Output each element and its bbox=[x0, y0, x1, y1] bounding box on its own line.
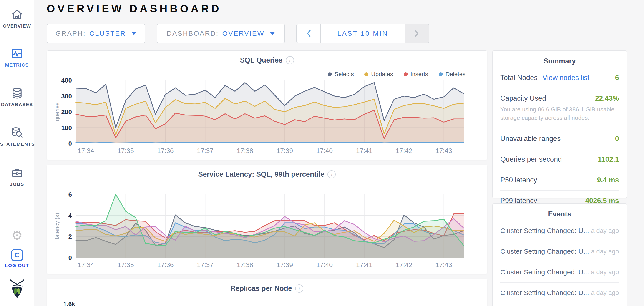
y-axis-tick: 6 bbox=[68, 192, 72, 198]
chart-legend: Selects Updates Inserts Deletes bbox=[328, 71, 466, 78]
summary-row-qps: Queries per second 1102.1 bbox=[500, 149, 619, 170]
chevron-right-icon bbox=[414, 30, 420, 37]
legend-item-inserts[interactable]: Inserts bbox=[404, 71, 428, 78]
summary-label: Capacity Used bbox=[500, 94, 546, 102]
metrics-icon bbox=[11, 47, 24, 60]
jobs-icon bbox=[11, 166, 24, 179]
legend-item-selects[interactable]: Selects bbox=[328, 71, 354, 78]
event-row[interactable]: Cluster Setting Changed: U... a day ago bbox=[500, 282, 619, 303]
graph-dropdown[interactable]: GRAPH: CLUSTER bbox=[46, 24, 145, 43]
x-axis-tick: 17:34 bbox=[78, 147, 94, 154]
x-axis-tick: 17:37 bbox=[197, 147, 214, 154]
time-range-next-button[interactable] bbox=[404, 24, 429, 42]
sidebar-item-logout[interactable]: C LOG OUT bbox=[0, 249, 34, 268]
time-range-prev-button[interactable] bbox=[297, 24, 321, 42]
y-axis-label: queries bbox=[54, 102, 60, 121]
sidebar-item-label: DATABASES bbox=[0, 102, 34, 107]
x-axis-tick: 17:42 bbox=[396, 147, 412, 154]
legend-item-updates[interactable]: Updates bbox=[364, 71, 393, 78]
summary-row-total-nodes: Total Nodes View nodes list 6 bbox=[500, 68, 619, 88]
service-latency-chart[interactable]: 17:3417:3517:3617:3717:3817:3917:4017:41… bbox=[53, 192, 481, 270]
info-icon[interactable] bbox=[295, 284, 303, 292]
dashboard-dropdown[interactable]: DASHBOARD: OVERVIEW bbox=[157, 24, 285, 43]
event-row[interactable]: Cluster Setting Changed: U... a day ago bbox=[500, 241, 619, 262]
y-axis-tick: 0 bbox=[68, 140, 72, 147]
x-axis-tick: 17:36 bbox=[157, 261, 174, 268]
x-axis-tick: 17:43 bbox=[436, 147, 452, 154]
time-range-value[interactable]: LAST 10 MIN bbox=[321, 24, 404, 42]
capacity-subtitle: You are using 86.6 GiB of 386.1 GiB usab… bbox=[500, 105, 619, 122]
sql-queries-card: SQL Queries Selects Updates Inserts Dele… bbox=[46, 50, 487, 160]
summary-value: 9.4 ms bbox=[597, 176, 619, 184]
info-icon[interactable] bbox=[328, 170, 336, 178]
cockroachdb-logo-icon bbox=[9, 279, 25, 299]
summary-title: Summary bbox=[500, 57, 619, 65]
legend-dot bbox=[328, 72, 332, 76]
graph-dropdown-value: CLUSTER bbox=[89, 30, 126, 37]
x-axis-tick: 17:35 bbox=[117, 147, 134, 154]
logout-c-icon: C bbox=[11, 249, 23, 261]
gear-icon: ⚙ bbox=[11, 228, 22, 242]
legend-item-deletes[interactable]: Deletes bbox=[439, 71, 466, 78]
summary-row-unavailable-ranges: Unavailable ranges 0 bbox=[500, 128, 619, 149]
y-axis-tick: 4 bbox=[68, 212, 72, 219]
event-time: a day ago bbox=[591, 268, 619, 276]
summary-row-capacity-used: Capacity Used 22.43% You are using 86.6 … bbox=[500, 88, 619, 128]
y-axis-tick: 0 bbox=[68, 254, 72, 261]
x-axis-tick: 17:34 bbox=[78, 261, 94, 268]
event-text: Cluster Setting Changed: U... bbox=[500, 248, 589, 255]
view-nodes-list-link[interactable]: View nodes list bbox=[542, 74, 590, 82]
y-axis-tick: 400 bbox=[61, 78, 72, 84]
chart-title: SQL Queries bbox=[240, 56, 282, 64]
series-line-Deletes bbox=[76, 142, 464, 143]
chevron-left-icon bbox=[306, 30, 311, 37]
legend-dot bbox=[439, 72, 443, 76]
summary-value: 0 bbox=[615, 134, 619, 143]
event-row[interactable]: Cluster Setting Changed: U... a day ago bbox=[500, 303, 619, 306]
summary-value: 22.43% bbox=[595, 94, 619, 102]
sidebar: OVERVIEW METRICS DATABASES STATEMENTS bbox=[0, 0, 34, 306]
x-axis-tick: 17:40 bbox=[316, 147, 333, 154]
logout-label: LOG OUT bbox=[0, 263, 34, 268]
toolbar: GRAPH: CLUSTER DASHBOARD: OVERVIEW LAST … bbox=[46, 24, 429, 43]
events-title: Events bbox=[500, 210, 619, 218]
sidebar-item-statements[interactable]: STATEMENTS bbox=[0, 126, 34, 147]
home-icon bbox=[11, 8, 24, 21]
sidebar-item-jobs[interactable]: JOBS bbox=[0, 166, 34, 187]
summary-label: Total Nodes bbox=[500, 74, 538, 82]
event-text: Cluster Setting Changed: U... bbox=[500, 289, 589, 297]
event-row[interactable]: Cluster Setting Changed: U... a day ago bbox=[500, 262, 619, 282]
sidebar-logo[interactable] bbox=[0, 279, 34, 299]
x-axis-tick: 17:38 bbox=[237, 261, 253, 268]
event-time: a day ago bbox=[591, 227, 619, 234]
y-axis-label: latency (s) bbox=[54, 213, 60, 239]
event-text: Cluster Setting Changed: U... bbox=[500, 268, 589, 276]
sidebar-item-metrics[interactable]: METRICS bbox=[0, 47, 34, 68]
x-axis-tick: 17:41 bbox=[356, 147, 373, 154]
sidebar-item-overview[interactable]: OVERVIEW bbox=[0, 8, 34, 29]
y-axis-tick: 1.6k bbox=[63, 301, 75, 306]
x-axis-tick: 17:37 bbox=[197, 261, 214, 268]
page-title: OVERVIEW DASHBOARD bbox=[46, 2, 222, 15]
event-row[interactable]: Cluster Setting Changed: U... a day ago bbox=[500, 220, 619, 241]
legend-label: Deletes bbox=[446, 71, 466, 78]
databases-icon bbox=[11, 87, 24, 100]
info-icon[interactable] bbox=[286, 56, 294, 64]
x-axis-tick: 17:39 bbox=[276, 261, 293, 268]
x-axis-tick: 17:43 bbox=[436, 261, 452, 268]
logout-c-letter: C bbox=[14, 251, 20, 259]
summary-label: Unavailable ranges bbox=[500, 134, 560, 143]
y-axis-tick: 300 bbox=[61, 93, 72, 100]
dashboard-dropdown-label: DASHBOARD: bbox=[167, 30, 218, 37]
legend-dot bbox=[404, 72, 408, 76]
event-time: a day ago bbox=[591, 248, 619, 255]
sidebar-item-label: STATEMENTS bbox=[0, 142, 34, 147]
summary-label: Queries per second bbox=[500, 155, 562, 164]
chart-title: Replicas per Node bbox=[230, 284, 292, 292]
x-axis-tick: 17:39 bbox=[276, 147, 293, 154]
sql-queries-chart[interactable]: 17:3417:3517:3617:3717:3817:3917:4017:41… bbox=[53, 78, 481, 156]
graph-dropdown-label: GRAPH: bbox=[56, 30, 86, 37]
sidebar-item-databases[interactable]: DATABASES bbox=[0, 87, 34, 107]
summary-value: 1102.1 bbox=[598, 155, 619, 164]
sidebar-item-settings[interactable]: ⚙ bbox=[0, 229, 34, 242]
